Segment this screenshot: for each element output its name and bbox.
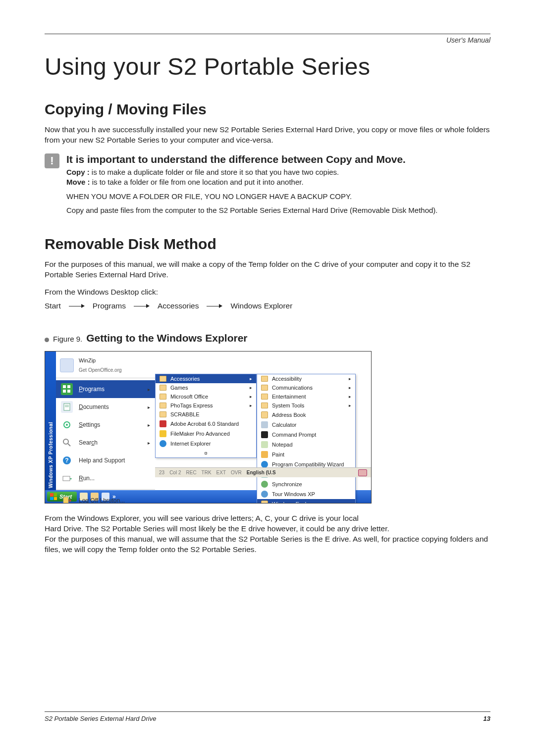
acc-communications[interactable]: Communications▸ xyxy=(257,383,355,392)
paint-icon xyxy=(261,451,268,458)
programs-submenu: Accessories▸ Games▸ Microsoft Office▸ Ph… xyxy=(155,374,257,458)
path-windows-explorer: Windows Explorer xyxy=(230,302,292,310)
arrow-icon xyxy=(69,303,85,308)
svg-text:?: ? xyxy=(65,457,68,464)
svg-rect-6 xyxy=(65,406,69,407)
accessories-submenu: Accessibility▸ Communications▸ Entertain… xyxy=(257,374,356,504)
wizard-icon xyxy=(261,461,268,468)
svg-rect-1 xyxy=(67,385,70,388)
removable-intro: For the purposes of this manual, we will… xyxy=(45,259,490,280)
status-bar: 23 Col 2 REC TRK EXT OVR English (U.S xyxy=(155,467,371,477)
search-icon xyxy=(61,437,73,449)
filemaker-icon xyxy=(160,430,166,437)
note-heading: It is important to understand the differ… xyxy=(66,153,490,165)
submenu-accessories[interactable]: Accessories▸ xyxy=(156,374,256,383)
cmd-icon xyxy=(261,431,268,438)
menu-label: Log Off Lbruton... xyxy=(79,497,125,504)
menu-label: Help and Support xyxy=(79,457,125,464)
acc-entertainment[interactable]: Entertainment▸ xyxy=(257,392,355,401)
menu-run[interactable]: Run... xyxy=(56,469,155,487)
click-path: Start Programs Accessories Windows Explo… xyxy=(45,302,490,310)
arrow-icon xyxy=(207,303,222,308)
settings-icon xyxy=(61,419,73,431)
tour-icon xyxy=(261,491,268,498)
menu-label: Settings xyxy=(79,421,100,428)
acc-tour[interactable]: Tour Windows XP xyxy=(257,489,355,499)
menu-label: Search xyxy=(79,439,98,446)
folder-icon xyxy=(261,385,268,391)
folder-icon xyxy=(261,403,268,408)
folder-icon xyxy=(160,385,166,391)
menu-documents[interactable]: Documents ▸ xyxy=(56,398,155,416)
path-start: Start xyxy=(45,302,61,310)
submenu-photags[interactable]: PhoTags Express▸ xyxy=(156,401,256,410)
svg-rect-2 xyxy=(63,390,66,393)
menu-logoff[interactable]: Log Off Lbruton... xyxy=(56,492,155,504)
submenu-scrabble[interactable]: SCRABBLE xyxy=(156,410,256,419)
footer-rule xyxy=(45,711,490,712)
menu-settings[interactable]: Settings ▸ xyxy=(56,416,155,434)
under-figure-text: From the Windows Explorer, you will see … xyxy=(45,513,490,555)
ie-icon xyxy=(160,440,166,447)
bullet-icon xyxy=(45,338,49,342)
menu-search[interactable]: Search ▸ xyxy=(56,434,155,452)
section-removable: Removable Disk Method xyxy=(45,236,490,252)
svg-marker-14 xyxy=(70,478,72,480)
svg-point-8 xyxy=(66,424,68,426)
header-label: User's Manual xyxy=(45,36,490,44)
addressbook-icon xyxy=(261,411,268,418)
move-definition: Move : is to take a folder or file from … xyxy=(66,177,490,187)
submenu-games[interactable]: Games▸ xyxy=(156,383,256,392)
acc-addressbook[interactable]: Address Book xyxy=(257,410,355,420)
folder-icon xyxy=(261,376,268,382)
svg-point-9 xyxy=(63,439,68,444)
acc-cmd[interactable]: Command Prompt xyxy=(257,430,355,440)
submenu-msoffice[interactable]: Microsoft Office▸ xyxy=(156,392,256,401)
acc-sync[interactable]: Synchronize xyxy=(257,479,355,489)
folder-icon xyxy=(160,376,166,382)
page-number: 13 xyxy=(483,715,490,722)
tray-icon xyxy=(358,469,367,476)
acc-notepad[interactable]: Notepad xyxy=(257,440,355,450)
arrow-icon xyxy=(134,303,150,308)
logoff-icon xyxy=(61,495,73,504)
documents-icon xyxy=(61,401,73,413)
acc-accessibility[interactable]: Accessibility▸ xyxy=(257,374,355,383)
acc-windows-explorer[interactable]: Windows Explorer xyxy=(257,499,355,504)
programs-icon xyxy=(61,383,73,395)
folder-icon xyxy=(160,394,166,400)
acc-systemtools[interactable]: System Tools▸ xyxy=(257,401,355,410)
acc-calculator[interactable]: Calculator xyxy=(257,420,355,430)
submenu-filemaker[interactable]: FileMaker Pro Advanced xyxy=(156,429,256,439)
warning-icon: ! xyxy=(45,153,59,168)
start-menu-screenshot: Windows XP Professional WinZip Get OpenO… xyxy=(45,351,372,504)
explorer-icon xyxy=(261,501,268,504)
figure-title: Getting to the Windows Explorer xyxy=(86,332,247,344)
menu-label: Run... xyxy=(79,475,95,482)
calculator-icon xyxy=(261,421,268,428)
instruction-click: From the Windows Desktop click: xyxy=(45,288,490,297)
section-copying: Copying / Moving Files xyxy=(45,101,490,118)
submenu-ie[interactable]: Internet Explorer xyxy=(156,439,256,449)
footer-left: S2 Portable Series External Hard Drive xyxy=(45,715,156,722)
menu-label: Documents xyxy=(79,403,109,410)
help-icon: ? xyxy=(61,454,73,466)
submenu-acrobat[interactable]: Adobe Acrobat 6.0 Standard xyxy=(156,419,256,429)
winzip-icon xyxy=(60,358,74,372)
pinned-winzip[interactable]: WinZip Get OpenOffice.org xyxy=(56,354,155,376)
svg-rect-15 xyxy=(63,497,68,504)
menu-help[interactable]: ? Help and Support xyxy=(56,452,155,469)
folder-icon xyxy=(261,394,268,400)
svg-line-10 xyxy=(68,444,70,446)
sync-icon xyxy=(261,481,268,488)
menu-programs[interactable]: Programs ▸ xyxy=(56,380,155,398)
windows-xp-sidebar: Windows XP Professional xyxy=(45,352,56,490)
acrobat-icon xyxy=(160,420,166,427)
svg-rect-5 xyxy=(65,405,69,405)
folder-icon xyxy=(160,411,166,417)
acc-paint[interactable]: Paint xyxy=(257,450,355,459)
path-programs: Programs xyxy=(93,302,126,310)
svg-rect-13 xyxy=(63,476,70,481)
submenu-more[interactable]: ¤ xyxy=(156,449,256,457)
caps-warning: WHEN YOU MOVE A FOLDER OR FILE, YOU NO L… xyxy=(66,192,490,201)
